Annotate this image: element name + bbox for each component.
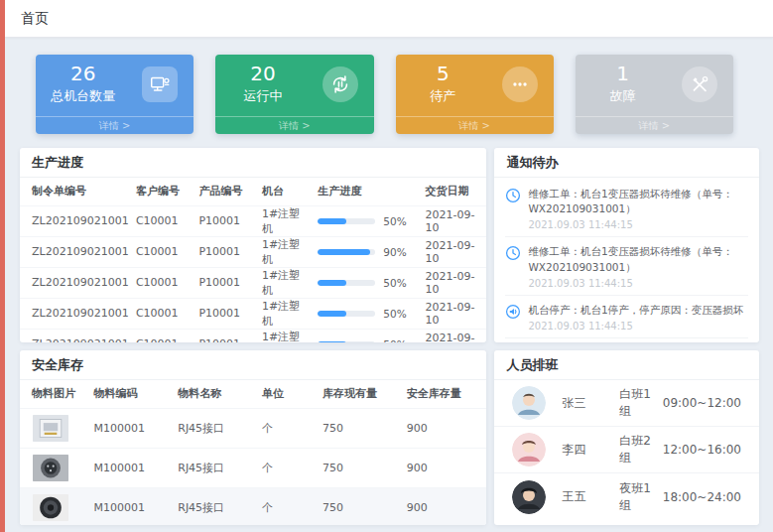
speaker-icon — [505, 304, 521, 320]
table-header-row: 物料图片 物料编码 物料名称 单位 库存现有量 安全库存量 — [20, 380, 486, 408]
col-safety: 安全库存量 — [403, 380, 487, 408]
avatar — [512, 386, 546, 420]
stat-label: 总机台数量 — [36, 87, 131, 105]
card-detail-link[interactable]: 详情 > — [215, 116, 373, 134]
avatar — [512, 480, 546, 514]
panel-title: 安全库存 — [20, 350, 486, 380]
panel-staff-schedule: 人员排班 张三 白班1组 09:00~12:00 李四 白班2组 12:00~1… — [494, 350, 759, 525]
col-stock: 库存现有量 — [319, 380, 403, 408]
notification-text: 维修工单：机台1变压器损坏待维修（单号：WX202109031001） — [528, 187, 748, 216]
progress-bar — [318, 280, 375, 286]
stat-value: 26 — [36, 62, 131, 85]
stat-value: 5 — [396, 62, 491, 85]
stat-card-fault: 1 故障 详情 > — [576, 55, 733, 134]
notification-item[interactable]: 机台停产：机台1停产，停产原因：变压器损坏 2021.09.03 11:44:1… — [505, 296, 748, 338]
table-row: ZL202109021001 C10001 P10001 1#注塑机 50 20… — [20, 329, 486, 342]
notification-time: 2021.09.03 11:44:15 — [528, 321, 743, 332]
page-title: 首页 — [21, 10, 49, 28]
stat-label: 故障 — [576, 87, 671, 105]
progress-bar — [318, 249, 375, 255]
top-bar: 首页 — [5, 0, 773, 38]
col-machine: 机台 — [258, 178, 314, 205]
schedule-row: 王五 夜班1组 18:00~24:00 — [494, 473, 759, 520]
notification-time: 2021.09.03 11:44:15 — [528, 219, 748, 230]
tools-icon — [682, 66, 717, 102]
col-code: 物料编码 — [90, 380, 175, 408]
panels-grid: 生产进度 制令单编号 客户编号 产品编号 机台 生产进度 交货日期 ZL2021 — [20, 148, 759, 525]
schedule-row: 张三 白班1组 09:00~12:00 — [494, 380, 759, 427]
stat-value: 1 — [576, 62, 671, 85]
table-row: M100001 RJ45接口 个 750 900 — [20, 448, 486, 487]
machine-icon — [142, 66, 178, 102]
panel-title: 生产进度 — [20, 148, 486, 178]
production-table: 制令单编号 客户编号 产品编号 机台 生产进度 交货日期 ZL202109021… — [20, 178, 486, 342]
dashboard: 26 总机台数量 详情 > 20 运行中 详情 > 5 待产 — [5, 38, 773, 525]
stat-label: 待产 — [396, 87, 491, 105]
card-detail-link[interactable]: 详情 > — [36, 116, 193, 134]
staff-shift: 夜班1组 — [619, 480, 662, 514]
notification-time: 2021.09.03 11:44:15 — [528, 278, 748, 289]
left-edge-strip — [0, 0, 5, 532]
staff-time: 12:00~16:00 — [663, 443, 741, 457]
col-date: 交货日期 — [422, 178, 487, 205]
col-photo: 物料图片 — [20, 380, 90, 408]
col-progress: 生产进度 — [314, 178, 421, 205]
panel-title: 通知待办 — [494, 148, 759, 178]
card-detail-link[interactable]: 详情 > — [576, 116, 733, 134]
stat-cards-row: 26 总机台数量 详情 > 20 运行中 详情 > 5 待产 — [20, 55, 759, 134]
cycle-icon — [322, 66, 358, 102]
notification-item[interactable]: 计划暂停：机台1生产计划已暂停 2021.09.03 11:44:15 — [505, 338, 748, 342]
inventory-table: 物料图片 物料编码 物料名称 单位 库存现有量 安全库存量 M100001 RJ… — [20, 380, 486, 525]
connector-photo — [32, 455, 69, 481]
stat-label: 运行中 — [215, 87, 311, 105]
rj45-photo — [32, 415, 69, 442]
col-product: 产品编号 — [194, 178, 258, 205]
card-detail-link[interactable]: 详情 > — [396, 116, 554, 134]
col-customer: 客户编号 — [132, 178, 195, 205]
speaker-photo — [32, 494, 69, 521]
table-row: M100001 RJ45接口 个 750 900 — [20, 408, 486, 448]
stat-card-running: 20 运行中 详情 > — [215, 55, 373, 134]
stat-card-total-machines: 26 总机台数量 详情 > — [36, 55, 193, 134]
notification-item[interactable]: 维修工单：机台1变压器损坏待维修（单号：WX202109031001） 2021… — [505, 237, 748, 295]
staff-shift: 白班2组 — [619, 433, 662, 466]
stat-value: 20 — [215, 62, 311, 85]
progress-bar — [318, 341, 375, 343]
staff-shift: 白班1组 — [619, 386, 662, 420]
progress-bar — [318, 218, 375, 224]
progress-bar — [318, 311, 375, 317]
clock-icon — [505, 245, 521, 261]
schedule-row: 李四 白班2组 12:00~16:00 — [494, 427, 759, 473]
table-row: ZL202109021001 C10001 P10001 1#注塑机 90 20… — [20, 236, 486, 267]
col-name: 物料名称 — [174, 380, 258, 408]
panel-safety-inventory: 安全库存 物料图片 物料编码 物料名称 单位 库存现有量 安全库存量 — [20, 350, 486, 525]
table-header-row: 制令单编号 客户编号 产品编号 机台 生产进度 交货日期 — [20, 178, 486, 205]
avatar — [512, 433, 546, 466]
table-row: ZL202109021001 C10001 P10001 1#注塑机 50 20… — [20, 298, 486, 329]
notification-text: 机台停产：机台1停产，停产原因：变压器损坏 — [528, 303, 743, 318]
staff-time: 09:00~12:00 — [663, 396, 741, 410]
stat-card-standby: 5 待产 详情 > — [396, 55, 554, 134]
col-order: 制令单编号 — [20, 178, 132, 205]
table-row: ZL202109021001 C10001 P10001 1#注塑机 50 20… — [20, 205, 486, 236]
staff-name: 王五 — [562, 488, 607, 505]
ellipsis-icon — [502, 66, 538, 102]
panel-notifications: 通知待办 维修工单：机台1变压器损坏待维修（单号：WX202109031001）… — [494, 148, 759, 342]
clock-icon — [505, 188, 521, 203]
staff-time: 18:00~24:00 — [663, 490, 741, 504]
col-unit: 单位 — [258, 380, 319, 408]
table-row: ZL202109021001 C10001 P10001 1#注塑机 50 20… — [20, 267, 486, 298]
panel-title: 人员排班 — [494, 350, 759, 380]
table-row: M100001 RJ45接口 个 750 900 — [20, 487, 486, 525]
notification-item[interactable]: 维修工单：机台1变压器损坏待维修（单号：WX202109031001） 2021… — [505, 180, 748, 237]
panel-production-progress: 生产进度 制令单编号 客户编号 产品编号 机台 生产进度 交货日期 ZL2021 — [20, 148, 486, 342]
notification-text: 维修工单：机台1变压器损坏待维修（单号：WX202109031001） — [528, 244, 748, 274]
staff-name: 李四 — [562, 442, 607, 459]
staff-name: 张三 — [562, 395, 607, 412]
